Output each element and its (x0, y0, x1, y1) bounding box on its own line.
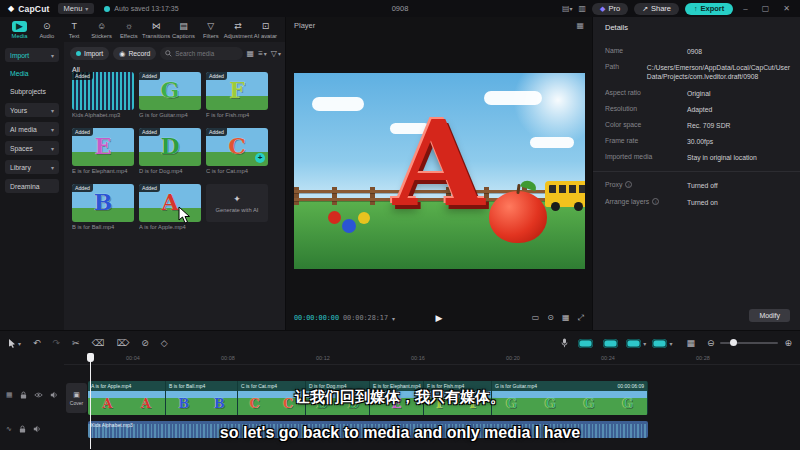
player-title: Player (294, 21, 315, 30)
maximize-button[interactable]: ▢ (758, 4, 774, 13)
search-icon (165, 50, 172, 57)
chevron-down-icon: ▾ (51, 52, 54, 59)
split-button[interactable]: ✂ (72, 338, 80, 348)
undo-button[interactable]: ↶ (33, 338, 41, 348)
sidebar-item-subprojects[interactable]: Subprojects (10, 85, 59, 97)
media-panel: Import ◉ Record Search media ▦ ≡▾ ▽▾ All… (64, 42, 285, 330)
player-settings-icon[interactable]: ▦ (576, 21, 584, 30)
export-icon: ↑ (694, 5, 698, 12)
ball-blue (342, 219, 356, 233)
detail-row-path: PathC:/Users/Emerson/AppData/Local/CapCu… (605, 63, 790, 81)
timeline-zoom-slider[interactable] (720, 342, 778, 344)
keyframe-button[interactable]: ◇ (161, 338, 168, 348)
minimize-button[interactable]: – (739, 4, 751, 13)
timeline-toolbar: ▾ ↶ ↷ ✂ ⌫ ⌦ ⊘ ◇ ▾ ▾ ▦ ⊖ ⊕ (0, 334, 800, 352)
video-preview[interactable]: A (294, 73, 585, 269)
sidebar-item-spaces[interactable]: Spaces▾ (5, 141, 59, 155)
select-tool-button[interactable]: ▾ (8, 339, 21, 348)
preview-quality-icon[interactable]: ▭ (532, 313, 540, 323)
preview-axis-toggle[interactable]: ▾ (652, 339, 672, 348)
tab-media[interactable]: ▶ Media (6, 21, 33, 39)
added-badge: Added (206, 72, 227, 80)
added-badge: Added (72, 184, 93, 192)
effects-icon: ☼ (125, 21, 133, 32)
chevron-down-icon: ▾ (51, 126, 54, 133)
media-item-fish[interactable]: Added F F is for Fish.mp4 (206, 72, 268, 118)
ribbon-tabs: ▶ Media ⊙ Audio T Text ☺ Stickers ☼ Effe… (0, 17, 285, 42)
transitions-icon: ⋈ (152, 21, 161, 32)
close-button[interactable]: ✕ (779, 4, 794, 13)
tab-effects[interactable]: ☼ Effects (115, 21, 142, 39)
divider (593, 171, 800, 172)
redo-button[interactable]: ↷ (53, 338, 61, 348)
add-to-timeline-button[interactable]: + (255, 153, 265, 163)
record-button[interactable]: ◉ Record (113, 47, 156, 60)
tab-audio[interactable]: ⊙ Audio (33, 21, 60, 39)
sidebar-item-ai-media[interactable]: AI media▾ (5, 122, 59, 136)
delete-right-button[interactable]: ⌦ (116, 338, 129, 348)
media-item-dog[interactable]: Added D D is for Dog.mp4 (139, 128, 201, 174)
sidebar-item-media[interactable]: Media (10, 67, 59, 79)
filters-icon: ▽ (207, 21, 214, 32)
export-button[interactable]: ↑ Export (685, 3, 733, 15)
detail-row-frame-rate: Frame rate30.00fps (605, 137, 790, 146)
sidebar-item-library[interactable]: Library▾ (5, 160, 59, 174)
details-panel: Details Name0908 PathC:/Users/Emerson/Ap… (593, 17, 800, 330)
tab-text[interactable]: T Text (61, 21, 88, 39)
media-item-guitar[interactable]: Added G G is for Guitar.mp4 (139, 72, 201, 118)
snap-toggle[interactable] (603, 339, 618, 348)
audio-icon: ⊙ (43, 21, 51, 32)
snapshot-icon[interactable]: ⊙ (547, 313, 554, 323)
voiceover-mic-button[interactable] (561, 338, 568, 348)
sidebar-item-import[interactable]: Import▾ (5, 48, 59, 62)
tab-captions[interactable]: ▤ Captions (170, 21, 197, 39)
tab-stickers[interactable]: ☺ Stickers (88, 21, 115, 39)
media-item-elephant[interactable]: Added E E is for Elephant.mp4 (72, 128, 134, 174)
sidebar-item-yours[interactable]: Yours▾ (5, 103, 59, 117)
zoom-out-button[interactable]: ⊖ (707, 338, 715, 348)
modify-button[interactable]: Modify (749, 309, 790, 322)
fullscreen-icon[interactable]: ⤢ (578, 313, 584, 323)
ratio-icon[interactable]: ▦ (562, 313, 570, 323)
player-controls: 00:00:00:00 00:00:28:17 ▾ ▶ ▭ ⊙ ▦ ⤢ (294, 311, 584, 325)
tab-ai-avatar[interactable]: ⊡ AI avatar (252, 21, 279, 39)
generate-with-ai-button[interactable]: ✦ Generate with AI (206, 184, 268, 222)
sun-glare (513, 73, 585, 145)
timeline-ruler[interactable]: 00:04 00:08 00:12 00:16 00:20 00:24 00:2… (64, 353, 800, 365)
school-bus (545, 181, 585, 207)
capcut-window: ◆ CapCut Menu▾ Auto saved 13:17:35 0908 … (0, 0, 800, 450)
media-item-cat[interactable]: Added C + C is for Cat.mp4 (206, 128, 268, 174)
timeline-panel: ▾ ↶ ↷ ✂ ⌫ ⌦ ⊘ ◇ ▾ ▾ ▦ ⊖ ⊕ 00:04 00 (0, 330, 800, 450)
sidebar-item-dreamina[interactable]: Dreamina (5, 179, 59, 193)
layout-switch-icon[interactable]: ▤▾ (562, 4, 573, 13)
info-icon[interactable]: i (652, 198, 659, 205)
delete-left-button[interactable]: ⌫ (92, 338, 105, 348)
media-item-apple[interactable]: Added A A is for Apple.mp4 (139, 184, 201, 230)
pro-button[interactable]: ◆ Pro (592, 3, 628, 15)
filter-icon[interactable]: ▽▾ (271, 49, 281, 58)
import-button[interactable]: Import (70, 47, 109, 60)
detail-row-imported-media: Imported mediaStay in original location (605, 153, 790, 162)
title-bar: ◆ CapCut Menu▾ Auto saved 13:17:35 0908 … (0, 0, 800, 17)
media-icon: ▶ (12, 21, 27, 32)
media-item-ball[interactable]: Added B B is for Ball.mp4 (72, 184, 134, 230)
media-item-audio[interactable]: Added Kids Alphabet.mp3 (72, 72, 134, 118)
search-input[interactable]: Search media (160, 47, 242, 60)
sort-icon[interactable]: ≡▾ (258, 49, 267, 58)
tab-filters[interactable]: ▽ Filters (197, 21, 224, 39)
cloud (530, 137, 574, 148)
render-preview-icon[interactable]: ▦ (686, 338, 695, 348)
detail-row-resolution: ResolutionAdapted (605, 105, 790, 114)
zoom-in-button[interactable]: ⊕ (784, 338, 792, 348)
share-button[interactable]: ↗ Share (634, 3, 679, 15)
chevron-down-icon: ▾ (51, 145, 54, 152)
panel-layout-icon[interactable]: ▥ (579, 4, 587, 13)
tab-transitions[interactable]: ⋈ Transitions (143, 21, 170, 39)
grid-view-icon[interactable]: ▦ (247, 49, 255, 58)
link-toggle[interactable]: ▾ (626, 339, 646, 348)
chevron-down-icon: ▾ (51, 164, 54, 171)
delete-button[interactable]: ⊘ (141, 338, 149, 348)
ripple-delete-toggle[interactable] (578, 339, 593, 348)
info-icon[interactable]: i (625, 181, 632, 188)
tab-adjustment[interactable]: ⇄ Adjustment (225, 21, 252, 39)
